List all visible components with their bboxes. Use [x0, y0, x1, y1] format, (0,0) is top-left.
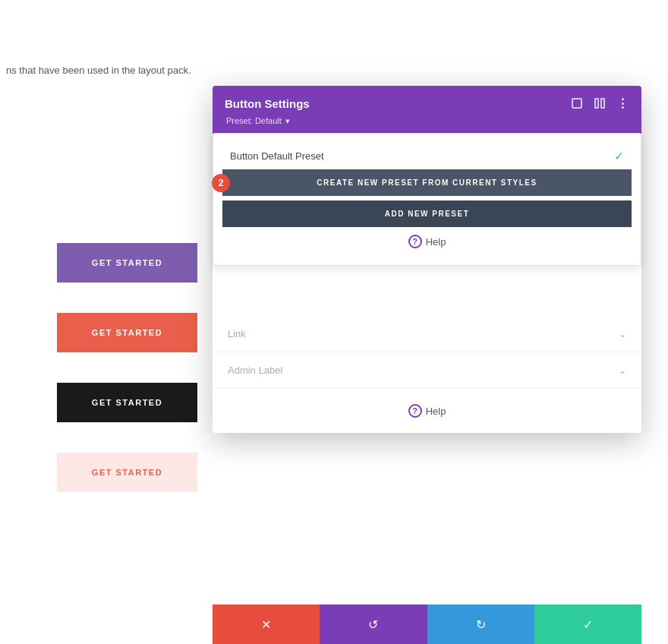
dot3: [622, 106, 624, 109]
split-view-icon[interactable]: [593, 96, 607, 110]
undo-icon: ↺: [368, 617, 378, 632]
preset-label-text: Preset: Default: [226, 116, 282, 125]
button-sample-orange[interactable]: GET STARTED: [57, 313, 197, 352]
add-new-preset-button[interactable]: ADD NEW PRESET: [222, 200, 632, 227]
button-sample-black-label: GET STARTED: [92, 398, 162, 407]
preset-item-label: Button Default Preset: [230, 150, 324, 162]
cancel-button[interactable]: ✕: [213, 605, 320, 644]
modal-header: Button Settings: [213, 86, 641, 134]
help-circle-icon: ?: [408, 235, 422, 248]
admin-label-chevron-icon: ⌄: [619, 365, 626, 376]
dropdown-help-row[interactable]: ? Help: [222, 227, 632, 256]
dropdown-help-label: Help: [426, 236, 446, 248]
split-boxes: [594, 98, 605, 109]
create-preset-button[interactable]: CREATE NEW PRESET FROM CURRENT STYLES: [222, 169, 632, 196]
preset-label[interactable]: Preset: Default ▾: [225, 116, 629, 134]
modal-header-top: Button Settings: [225, 96, 629, 110]
preset-checkmark-icon: ✓: [614, 149, 624, 163]
preset-dropdown-arrow: ▾: [285, 116, 290, 125]
more-options-icon[interactable]: [616, 96, 629, 110]
save-icon: ✓: [583, 617, 593, 632]
link-chevron-icon: ⌄: [619, 329, 626, 339]
fullscreen-box: [572, 98, 582, 109]
button-sample-purple[interactable]: GET STARTED: [57, 243, 197, 283]
modal-title: Button Settings: [225, 97, 310, 110]
button-sample-purple-label: GET STARTED: [92, 258, 162, 267]
redo-button[interactable]: ↻: [427, 605, 534, 644]
mini-box-left: [594, 98, 599, 109]
bottom-action-bar: ✕ ↺ ↻ ✓: [213, 605, 641, 644]
undo-button[interactable]: ↺: [320, 605, 427, 644]
modal-body: Link ⌄ Admin Label ⌄ ? Help: [213, 316, 641, 433]
footer-help-circle-icon: ?: [408, 404, 422, 418]
redo-icon: ↻: [476, 617, 486, 632]
fullscreen-icon[interactable]: [570, 96, 584, 110]
admin-label-text: Admin Label: [228, 365, 282, 376]
button-sample-orange-label: GET STARTED: [92, 328, 162, 337]
admin-label-section[interactable]: Admin Label ⌄: [213, 352, 641, 389]
modal-header-icons: [570, 96, 629, 110]
dropdown-panel: Button Default Preset ✓ 2 CREATE NEW PRE…: [213, 133, 641, 266]
dot2: [622, 103, 624, 105]
link-label: Link: [228, 328, 246, 339]
cancel-icon: ✕: [261, 617, 271, 632]
step-badge: 2: [212, 174, 230, 192]
create-preset-wrapper: 2 CREATE NEW PRESET FROM CURRENT STYLES: [222, 169, 632, 196]
button-sample-black[interactable]: GET STARTED: [57, 383, 197, 422]
footer-help-row[interactable]: ? Help: [213, 389, 641, 433]
three-dots-header: [622, 98, 624, 109]
footer-help-label: Help: [426, 406, 446, 417]
save-button[interactable]: ✓: [534, 605, 641, 644]
link-section[interactable]: Link ⌄: [213, 316, 641, 352]
mini-box-right: [600, 98, 605, 109]
button-sample-light[interactable]: GET STARTED: [57, 453, 197, 492]
preset-item[interactable]: Button Default Preset ✓: [222, 143, 632, 169]
page-description: ns that have been used in the layout pac…: [0, 65, 191, 76]
dot1: [622, 98, 624, 100]
modal-panel: Button Settings: [213, 86, 641, 433]
button-sample-light-label: GET STARTED: [92, 468, 162, 477]
button-samples: GET STARTED GET STARTED GET STARTED GET …: [57, 243, 197, 492]
